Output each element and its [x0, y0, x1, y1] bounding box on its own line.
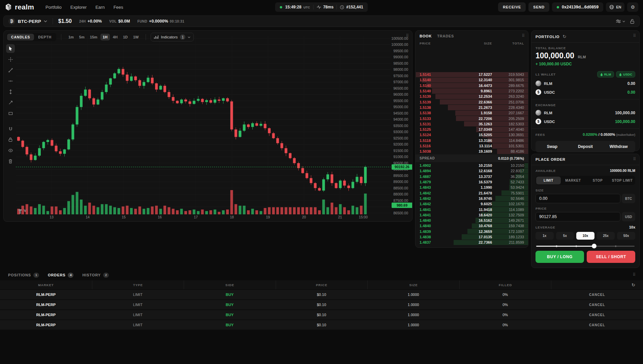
chart-view-candles[interactable]: CANDLES — [7, 34, 34, 40]
nav-item-portfolio[interactable]: Portfolio — [45, 5, 62, 10]
bid-row[interactable]: 1.484216.974592.5646 — [416, 196, 528, 201]
ask-row[interactable]: 1.513322.7206205.2509 — [416, 116, 528, 121]
nav-item-fees[interactable]: Fees — [114, 5, 123, 10]
crosshair-tool[interactable] — [6, 55, 15, 64]
receive-button[interactable]: RECEIVE — [498, 2, 526, 12]
ask-row[interactable]: 1.513821.2673228.4340 — [416, 105, 528, 110]
buy-long-button[interactable]: BUY / LONG — [535, 251, 584, 263]
tab-trades[interactable]: TRADES — [437, 34, 454, 38]
order-type-stop-limit[interactable]: STOP LIMIT — [610, 177, 635, 184]
ask-row[interactable]: 1.512517.0349147.4040 — [416, 127, 528, 132]
faucet-rlm-button[interactable]: RLM — [597, 71, 614, 78]
nav-item-explorer[interactable]: Explorer — [70, 5, 87, 10]
rectangle-tool[interactable] — [6, 109, 15, 118]
unlock-icon[interactable] — [630, 19, 635, 24]
tradingview-logo[interactable] — [19, 209, 27, 214]
order-type-market[interactable]: MARKET — [561, 177, 585, 184]
order-type-stop[interactable]: STOP — [585, 177, 610, 184]
cancel-order-button[interactable]: CANCEL — [551, 323, 643, 327]
brand-logo[interactable]: realm — [5, 3, 34, 11]
timeframe-1d[interactable]: 1D — [121, 34, 130, 40]
ray-tool[interactable] — [6, 98, 15, 107]
leverage-5x[interactable]: 5x — [556, 232, 574, 240]
bid-row[interactable]: 1.483817.0135189.1233 — [416, 234, 528, 240]
cancel-order-button[interactable]: CANCEL — [551, 313, 643, 317]
bottom-drag-handle[interactable]: ⠿ — [633, 272, 636, 277]
timeframe-4h[interactable]: 4H — [111, 34, 120, 40]
trendline-tool[interactable] — [6, 66, 15, 74]
faucet-usdc-button[interactable]: USDC — [616, 71, 635, 78]
bid-row[interactable]: 1.484118.6420132.7509 — [416, 212, 528, 218]
ask-row[interactable]: 1.51381.9158207.1667 — [416, 110, 528, 116]
bid-row[interactable]: 1.484016.5162149.2671 — [416, 218, 528, 223]
language-selector[interactable]: EN — [606, 2, 624, 12]
bid-row[interactable]: 1.484010.4768159.7438 — [416, 223, 528, 229]
wallet-address-pill[interactable]: 0x24139d...6d0859 — [552, 2, 603, 12]
timeframe-1m[interactable]: 1m — [66, 34, 76, 40]
bid-row[interactable]: 1.48431.199053.9424 — [416, 185, 528, 190]
portfolio-refresh-icon[interactable]: ↻ — [562, 34, 566, 39]
ask-row[interactable]: 1.513135.1263182.5303 — [416, 121, 528, 127]
chart-view-depth[interactable]: DEPTH — [34, 34, 56, 40]
leverage-50x[interactable]: 50x — [617, 232, 635, 240]
bid-row[interactable]: 1.490210.215010.2150 — [416, 163, 528, 168]
bid-row[interactable]: 1.488713.373736.2054 — [416, 174, 528, 179]
bid-row[interactable]: 1.489412.616822.8317 — [416, 168, 528, 174]
cancel-order-button[interactable]: CANCEL — [551, 303, 643, 307]
order-type-limit[interactable]: LIMIT — [536, 177, 561, 184]
bid-row[interactable]: 1.484111.9418114.1089 — [416, 207, 528, 212]
trash-tool[interactable] — [6, 157, 15, 165]
cancel-order-button[interactable]: CANCEL — [551, 293, 643, 297]
ask-row[interactable]: 1.51409.8961273.2202 — [416, 88, 528, 94]
chart-settings-button[interactable] — [616, 19, 625, 24]
magnet-tool[interactable] — [6, 124, 15, 133]
timeframe-1h[interactable]: 1H — [100, 34, 110, 40]
ask-row[interactable]: 1.511813.3186114.8486 — [416, 138, 528, 143]
book-drag-handle[interactable]: ⠿ — [522, 33, 525, 38]
leverage-slider[interactable] — [536, 244, 635, 248]
pointer-tool[interactable] — [6, 44, 15, 53]
tab-book[interactable]: BOOK — [420, 34, 432, 38]
nav-item-earn[interactable]: Earn — [95, 5, 104, 10]
bid-row[interactable]: 1.483722.7366211.8599 — [416, 240, 528, 245]
order-drag-handle[interactable]: ⠿ — [633, 157, 636, 161]
ask-row[interactable]: 1.503819.160988.4186 — [416, 149, 528, 154]
vertical-scale-tool[interactable] — [6, 87, 15, 96]
lock-tool[interactable] — [6, 135, 15, 144]
tab-positions[interactable]: POSITIONS1 — [8, 273, 39, 278]
market-selector[interactable]: ₿ BTC-PERP — [8, 18, 47, 25]
leverage-25x[interactable]: 25x — [597, 232, 615, 240]
ask-row[interactable]: 1.511613.1114101.5301 — [416, 143, 528, 149]
leverage-10x[interactable]: 10x — [576, 232, 594, 240]
ask-row[interactable]: 1.514012.3140301.9815 — [416, 77, 528, 83]
settings-button[interactable]: ⚙ — [627, 2, 638, 12]
tab-history[interactable]: HISTORY2 — [82, 273, 109, 278]
ask-row[interactable]: 1.513922.6366251.0706 — [416, 99, 528, 104]
price-input[interactable] — [535, 212, 620, 221]
timeframe-15m[interactable]: 15m — [88, 34, 100, 40]
timeframe-5m[interactable]: 5m — [77, 34, 87, 40]
withdraw-button[interactable]: Withdraw — [602, 141, 635, 152]
leverage-1x[interactable]: 1x — [535, 232, 554, 240]
ask-row[interactable]: 1.512415.5205130.3691 — [416, 132, 528, 138]
tab-orders[interactable]: ORDERS4 — [48, 273, 73, 278]
orders-refresh-icon[interactable]: ↻ — [632, 282, 636, 287]
send-button[interactable]: SEND — [528, 2, 549, 12]
ask-row[interactable]: 1.514117.5227319.5043 — [416, 72, 528, 77]
leverage-slider-thumb[interactable] — [592, 244, 596, 248]
eye-tool[interactable] — [6, 146, 15, 155]
bid-row[interactable]: 1.484221.647875.5901 — [416, 190, 528, 195]
timeframe-1w[interactable]: 1W — [131, 34, 141, 40]
sell-short-button[interactable]: SELL / SHORT — [587, 251, 635, 263]
deposit-button[interactable]: Deposit — [569, 141, 602, 152]
indicators-button[interactable]: Indicators 1 — [151, 33, 194, 41]
bid-row[interactable]: 1.483912.3659172.1097 — [416, 229, 528, 234]
bid-row[interactable]: 1.487916.537952.7433 — [416, 179, 528, 185]
swap-button[interactable]: Swap — [535, 141, 569, 152]
bid-row[interactable]: 1.48429.6025102.1670 — [416, 201, 528, 207]
ask-row[interactable]: 1.513912.2534263.3240 — [416, 94, 528, 99]
ask-row[interactable]: 1.514016.4473289.6675 — [416, 83, 528, 88]
candlestick-chart[interactable]: 100500.00100000.0099500.0099000.0098500.… — [4, 31, 412, 221]
size-input[interactable] — [535, 194, 620, 203]
horizontal-line-tool[interactable] — [6, 77, 15, 85]
